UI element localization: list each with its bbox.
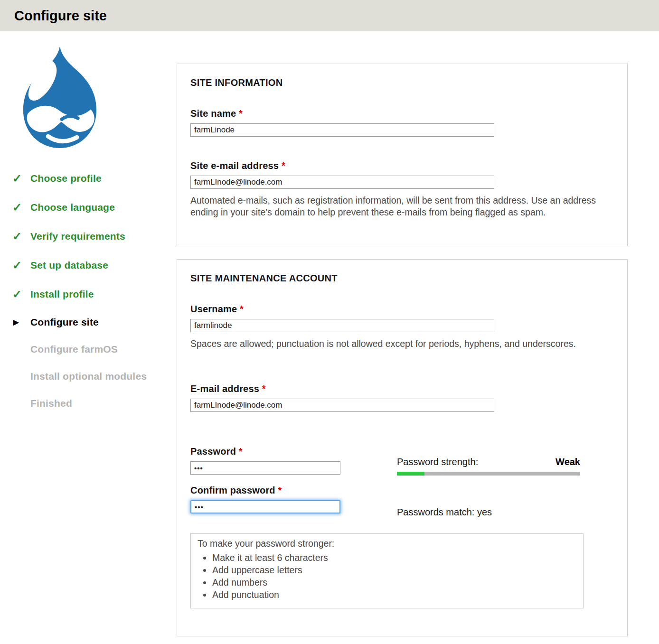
- confirm-password-form-item: Confirm password *: [190, 485, 397, 518]
- check-icon: ✓: [12, 259, 25, 272]
- password-tip: Add numbers: [212, 577, 576, 588]
- password-tips-list: Make it at least 6 characters Add upperc…: [198, 552, 576, 600]
- passwords-match-status: Passwords match: yes: [397, 485, 492, 518]
- required-asterisk: *: [278, 485, 282, 495]
- required-asterisk: *: [239, 108, 243, 119]
- sidebar-step-verify-requirements: ✓ Verify requirements: [12, 230, 177, 243]
- password-form-item: Password *: [190, 446, 397, 476]
- password-tips-box: To make your password stronger: Make it …: [190, 533, 584, 608]
- active-step-arrow-icon: ▶: [12, 318, 25, 327]
- page-title: Configure site: [14, 8, 107, 24]
- install-task-list: ✓ Choose profile ✓ Choose language ✓ Ver…: [12, 172, 177, 409]
- confirm-password-row: Confirm password * Passwords match: yes: [190, 485, 614, 518]
- required-asterisk: *: [240, 304, 244, 314]
- password-tip: Add uppercase letters: [212, 565, 576, 576]
- site-email-description: Automated e-mails, such as registration …: [190, 195, 614, 218]
- password-row: Password * Password strength: Weak: [190, 446, 614, 476]
- sidebar-step-configure-site: ▶ Configure site: [12, 317, 177, 328]
- site-email-label: Site e-mail address *: [190, 160, 614, 171]
- confirm-password-label: Confirm password *: [190, 485, 397, 496]
- username-input[interactable]: [190, 319, 494, 332]
- password-tip: Add punctuation: [212, 589, 576, 600]
- check-icon: ✓: [12, 172, 25, 185]
- password-strength-bar: [397, 472, 580, 476]
- check-icon: ✓: [12, 201, 25, 214]
- account-email-label: E-mail address *: [190, 383, 614, 394]
- check-icon: ✓: [12, 230, 25, 243]
- username-form-item: Username * Spaces are allowed; punctuati…: [190, 304, 614, 350]
- site-maintenance-account-heading: SITE MAINTENANCE ACCOUNT: [190, 273, 614, 284]
- drupal-droplet-icon: [10, 46, 109, 149]
- password-strength-fill: [397, 472, 424, 476]
- sidebar-step-choose-profile: ✓ Choose profile: [12, 172, 177, 185]
- password-input[interactable]: [190, 461, 340, 475]
- required-asterisk: *: [239, 446, 243, 457]
- sidebar-step-install-profile: ✓ Install profile: [12, 288, 177, 301]
- required-asterisk: *: [262, 383, 266, 394]
- sidebar-step-choose-language: ✓ Choose language: [12, 201, 177, 214]
- confirm-password-input[interactable]: [190, 500, 340, 513]
- check-icon: ✓: [12, 288, 25, 301]
- username-description: Spaces are allowed; punctuation is not a…: [190, 338, 614, 350]
- sidebar-step-set-up-database: ✓ Set up database: [12, 259, 177, 272]
- password-tip: Make it at least 6 characters: [212, 552, 576, 563]
- sidebar-step-finished: Finished: [12, 398, 177, 409]
- password-label: Password *: [190, 446, 397, 457]
- site-email-form-item: Site e-mail address * Automated e-mails,…: [190, 160, 614, 218]
- configure-site-form: SITE INFORMATION Site name * Site e-mail…: [177, 31, 628, 636]
- page-header: Configure site: [0, 0, 659, 31]
- required-asterisk: *: [282, 160, 285, 171]
- password-tips-intro: To make your password stronger:: [198, 538, 576, 549]
- account-email-form-item: E-mail address *: [190, 383, 614, 412]
- site-name-label: Site name *: [190, 108, 614, 119]
- account-email-input[interactable]: [190, 399, 494, 412]
- password-strength-label: Password strength:: [397, 457, 478, 467]
- password-strength-level: Weak: [555, 457, 580, 467]
- install-sidebar: ✓ Choose profile ✓ Choose language ✓ Ver…: [0, 31, 177, 636]
- sidebar-step-configure-farmos: Configure farmOS: [12, 344, 177, 355]
- site-maintenance-account-panel: SITE MAINTENANCE ACCOUNT Username * Spac…: [177, 259, 628, 637]
- site-name-input[interactable]: [190, 123, 494, 137]
- site-email-input[interactable]: [190, 176, 494, 189]
- site-information-heading: SITE INFORMATION: [190, 77, 614, 88]
- username-label: Username *: [190, 304, 614, 315]
- site-information-panel: SITE INFORMATION Site name * Site e-mail…: [177, 64, 628, 246]
- password-strength-indicator: Password strength: Weak: [397, 446, 580, 476]
- site-name-form-item: Site name *: [190, 108, 614, 137]
- sidebar-step-install-optional-modules: Install optional modules: [12, 371, 177, 382]
- drupal-logo: [10, 46, 177, 151]
